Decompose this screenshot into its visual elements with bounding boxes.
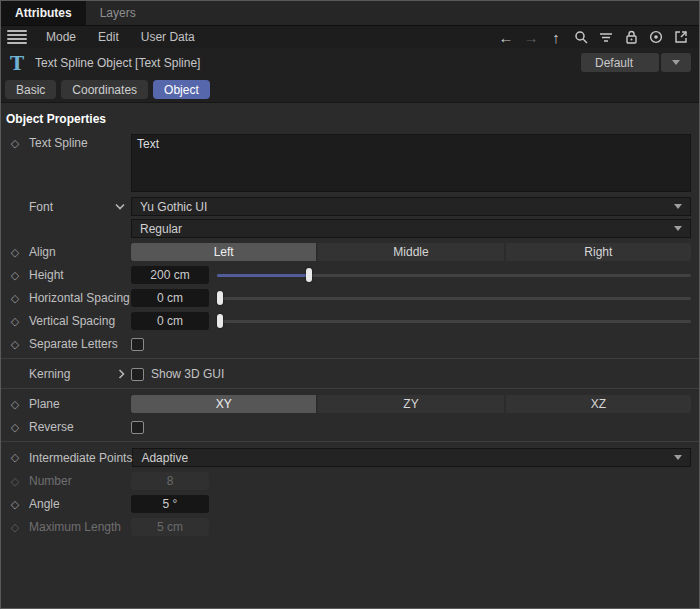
number-label: Number [29, 474, 72, 488]
font-family-value: Yu Gothic UI [140, 200, 674, 214]
font-label: Font [29, 200, 53, 214]
pop-out-icon[interactable] [673, 29, 689, 45]
slider-thumb[interactable] [217, 291, 223, 305]
properties-panel: Object Properties ◇ Text Spline Text ◇ F… [1, 103, 699, 608]
vertical-spacing-label: Vertical Spacing [29, 314, 115, 328]
section-divider [1, 388, 699, 389]
section-tab-bar: Basic Coordinates Object [1, 77, 699, 103]
align-segmented-control: Left Middle Right [131, 243, 691, 261]
horizontal-spacing-slider[interactable] [217, 289, 691, 307]
plane-xy-button[interactable]: XY [131, 395, 316, 413]
font-family-dropdown[interactable]: Yu Gothic UI [131, 197, 691, 216]
chevron-down-icon [674, 455, 682, 460]
up-icon[interactable]: ↑ [548, 29, 564, 45]
number-input: 8 [131, 472, 209, 490]
chevron-down-icon[interactable] [115, 203, 125, 210]
keyframe-diamond-icon[interactable]: ◇ [1, 498, 29, 511]
plane-zy-button[interactable]: ZY [318, 395, 503, 413]
tab-basic[interactable]: Basic [5, 80, 56, 99]
font-style-dropdown[interactable]: Regular [131, 219, 691, 238]
keyframe-diamond-icon: ◇ [1, 475, 29, 488]
keyframe-diamond-icon[interactable]: ◇ [1, 451, 29, 464]
attribute-manager-window: Attributes Layers Mode Edit User Data ← … [0, 0, 700, 609]
text-spline-label: Text Spline [29, 136, 88, 150]
plane-xz-button[interactable]: XZ [506, 395, 691, 413]
height-input[interactable]: 200 cm [131, 266, 209, 284]
object-title: Text Spline Object [Text Spline] [35, 56, 200, 70]
show-3d-gui-checkbox[interactable] [131, 368, 144, 381]
keyframe-diamond-icon[interactable]: ◇ [1, 269, 29, 282]
maximum-length-input: 5 cm [131, 518, 209, 536]
filter-icon[interactable] [598, 29, 614, 45]
horizontal-spacing-input[interactable]: 0 cm [131, 289, 209, 307]
panel-tab-bar: Attributes Layers [1, 1, 699, 25]
intermediate-points-label: Intermediate Points [29, 451, 132, 465]
vertical-spacing-input[interactable]: 0 cm [131, 312, 209, 330]
keyframe-diamond-icon[interactable]: ◇ [1, 421, 29, 434]
separate-letters-checkbox[interactable] [131, 338, 144, 351]
chevron-down-icon [672, 60, 680, 65]
preset-dropdown-arrow[interactable] [661, 53, 691, 72]
intermediate-points-dropdown[interactable]: Adaptive [132, 448, 691, 467]
separate-letters-label: Separate Letters [29, 337, 118, 351]
align-middle-button[interactable]: Middle [318, 243, 503, 261]
keyframe-diamond-icon[interactable]: ◇ [1, 246, 29, 259]
chevron-right-icon[interactable] [118, 369, 125, 379]
hamburger-menu-icon[interactable] [7, 30, 27, 44]
tab-layers[interactable]: Layers [86, 1, 150, 25]
reverse-label: Reverse [29, 420, 74, 434]
chevron-down-icon [674, 204, 682, 209]
tab-object[interactable]: Object [153, 80, 210, 99]
section-divider [1, 441, 699, 442]
plane-segmented-control: XY ZY XZ [131, 395, 691, 413]
chevron-down-icon [674, 226, 682, 231]
maximum-length-label: Maximum Length [29, 520, 121, 534]
angle-input[interactable]: 5 ° [131, 495, 209, 513]
align-right-button[interactable]: Right [506, 243, 691, 261]
vertical-spacing-slider[interactable] [217, 312, 691, 330]
show-3d-gui-label: Show 3D GUI [151, 367, 224, 381]
lock-icon[interactable] [623, 29, 639, 45]
keyframe-diamond-icon[interactable]: ◇ [1, 292, 29, 305]
reverse-checkbox[interactable] [131, 421, 144, 434]
menu-bar: Mode Edit User Data ← → ↑ [1, 25, 699, 48]
search-icon[interactable] [573, 29, 589, 45]
kerning-label: Kerning [29, 367, 70, 381]
angle-label: Angle [29, 497, 60, 511]
keyframe-diamond-icon[interactable]: ◇ [1, 137, 29, 150]
tab-coordinates[interactable]: Coordinates [61, 80, 148, 99]
height-slider[interactable] [217, 266, 691, 284]
font-style-value: Regular [140, 222, 674, 236]
section-heading: Object Properties [1, 110, 699, 134]
preset-dropdown[interactable]: Default [581, 53, 659, 72]
keyframe-diamond-icon[interactable]: ◇ [1, 398, 29, 411]
slider-thumb[interactable] [306, 268, 312, 282]
text-spline-input[interactable]: Text [131, 134, 691, 192]
menu-edit[interactable]: Edit [87, 30, 130, 44]
intermediate-points-value: Adaptive [141, 451, 674, 465]
align-left-button[interactable]: Left [131, 243, 316, 261]
align-label: Align [29, 245, 56, 259]
object-title-bar: T Text Spline Object [Text Spline] Defau… [1, 48, 699, 77]
plane-label: Plane [29, 397, 60, 411]
section-divider [1, 358, 699, 359]
height-label: Height [29, 268, 64, 282]
menu-mode[interactable]: Mode [35, 30, 87, 44]
horizontal-spacing-label: Horizontal Spacing [29, 291, 130, 305]
slider-thumb[interactable] [217, 314, 223, 328]
toolbar-icons: ← → ↑ [498, 29, 691, 45]
keyframe-diamond-icon[interactable]: ◇ [1, 338, 29, 351]
back-icon[interactable]: ← [498, 29, 514, 45]
forward-icon[interactable]: → [523, 29, 539, 45]
tab-attributes[interactable]: Attributes [1, 1, 86, 25]
text-spline-icon: T [7, 53, 27, 73]
menu-user-data[interactable]: User Data [130, 30, 206, 44]
record-icon[interactable] [648, 29, 664, 45]
keyframe-diamond-icon[interactable]: ◇ [1, 315, 29, 328]
keyframe-diamond-icon: ◇ [1, 521, 29, 534]
